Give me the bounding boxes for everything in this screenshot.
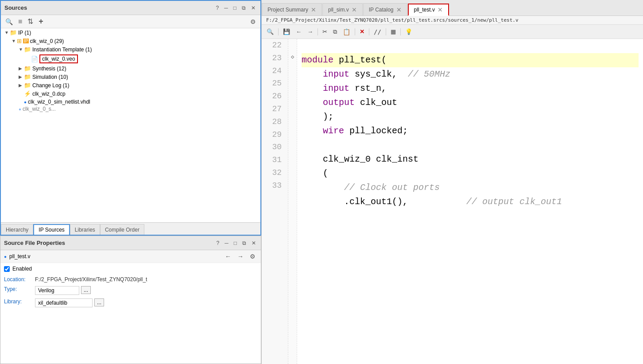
tab-pll-sim-label: pll_sim.v xyxy=(328,7,349,13)
properties-title: Source File Properties xyxy=(4,240,65,246)
gutter-31 xyxy=(288,161,297,175)
sources-gear-button[interactable]: ⚙ xyxy=(248,17,258,26)
type-label: Type: xyxy=(4,286,35,292)
tree-item-partial[interactable]: ● clk_wiz_0_s... xyxy=(1,106,260,112)
prop-back-button[interactable]: ← xyxy=(223,252,233,261)
grid-btn[interactable]: ▦ xyxy=(388,27,398,36)
gutter-33 xyxy=(288,189,297,203)
tree-item-synthesis[interactable]: ▶ 📁 Synthesis (12) xyxy=(1,64,260,73)
tree-item-ip-root[interactable]: ▼ 📁 IP (1) xyxy=(1,28,260,37)
tree-item-simulation[interactable]: ▶ 📁 Simulation (10) xyxy=(1,73,260,81)
ln-33: 33 xyxy=(262,179,284,192)
sources-restore-icon[interactable]: □ xyxy=(232,4,238,12)
add-button[interactable]: + xyxy=(37,16,45,27)
back-btn[interactable]: ← xyxy=(294,27,304,36)
sources-float-icon[interactable]: ⧉ xyxy=(240,4,247,12)
tab-compile-order[interactable]: Compile Order xyxy=(100,224,144,235)
prop-forward-button[interactable]: → xyxy=(236,252,245,261)
simulation-label: Simulation (10) xyxy=(32,74,68,80)
copy-btn[interactable]: ⧉ xyxy=(331,27,339,36)
tree-item-clk-veo[interactable]: ▶ 📄 clk_wiz_0.veo xyxy=(1,54,260,64)
library-dots-button[interactable]: ... xyxy=(94,298,104,306)
paste-btn[interactable]: 📋 xyxy=(341,27,352,36)
code-line-33: .clk_out1(), // output clk_out1 xyxy=(302,195,639,209)
code-line-24: input sys_clk, // 50MHz xyxy=(302,67,639,81)
props-minimize-icon[interactable]: ─ xyxy=(223,240,230,247)
tab-ip-catalog-close[interactable]: ✕ xyxy=(396,7,402,13)
prop-gear-button[interactable]: ⚙ xyxy=(248,252,257,261)
gutter-25 xyxy=(288,76,297,90)
prop-scroll: Enabled Location: F:/2_FPGA_Project/Xili… xyxy=(0,263,261,364)
arrow-synthesis: ▶ xyxy=(19,66,24,71)
tab-ip-catalog-label: IP Catalog xyxy=(369,7,394,13)
file-icon-clk-veo: 📄 xyxy=(31,56,38,62)
code-line-28: wire pll_locked; xyxy=(302,124,639,138)
tab-pll-test[interactable]: pll_test.v ✕ xyxy=(408,4,449,16)
arrow-inst-template: ▼ xyxy=(19,47,24,52)
tree-item-clk-vhdl[interactable]: ▶ ● clk_wiz_0_sim_netlist.vhdl xyxy=(1,98,260,106)
bulb-btn[interactable]: 💡 xyxy=(403,27,414,36)
type-dots-button[interactable]: ... xyxy=(81,286,91,294)
tree-item-clk-dcp[interactable]: ▶ ⚡ clk_wiz_0.dcp xyxy=(1,89,260,98)
forward-btn[interactable]: → xyxy=(305,27,315,36)
prop-library-row: Library: ... xyxy=(0,297,261,309)
comment-33: // output clk_out1 xyxy=(466,197,562,207)
ln-25: 25 xyxy=(262,77,284,90)
tab-pll-sim[interactable]: pll_sim.v ✕ xyxy=(322,3,363,15)
sources-panel: Sources ? ─ □ ⧉ ✕ 🔍 ≡ ⇅ + ⚙ ▼ 📁 IP (1) xyxy=(0,0,261,236)
tab-project-summary[interactable]: Project Summary ✕ xyxy=(262,3,322,15)
cut-btn[interactable]: ✂ xyxy=(320,27,329,36)
kw-output-26: output xyxy=(323,97,355,108)
properties-controls: ? ─ □ ⧉ ✕ xyxy=(215,240,257,247)
tab-hierarchy[interactable]: Hierarchy xyxy=(1,224,33,235)
tree-item-inst-template[interactable]: ▼ 📁 Instantiation Template (1) xyxy=(1,45,260,54)
props-close-icon[interactable]: ✕ xyxy=(250,240,257,247)
folder-icon-synthesis: 📁 xyxy=(24,65,31,72)
tab-ip-catalog[interactable]: IP Catalog ✕ xyxy=(363,3,407,15)
clk-dcp-label: clk_wiz_0.dcp xyxy=(32,91,66,97)
tab-project-summary-close[interactable]: ✕ xyxy=(311,7,316,13)
sources-question-icon[interactable]: ? xyxy=(215,4,221,12)
tab-pll-test-close[interactable]: ✕ xyxy=(438,7,443,13)
comment-btn[interactable]: // xyxy=(372,27,383,36)
enabled-checkbox[interactable] xyxy=(4,266,10,272)
gutter-30 xyxy=(288,147,297,161)
clk-vhdl-label: clk_wiz_0_sim_netlist.vhdl xyxy=(28,99,90,105)
code-editor[interactable]: 22 23 24 25 26 27 28 29 30 31 32 33 ◇ xyxy=(262,39,643,364)
folder-icon-ip: 📁 xyxy=(10,29,17,36)
delete-btn[interactable]: ✕ xyxy=(357,27,367,36)
props-restore-icon[interactable]: □ xyxy=(232,240,238,247)
ln-28: 28 xyxy=(262,116,284,128)
code-line-29 xyxy=(302,138,639,152)
sources-tabs: Hierarchy IP Sources Libraries Compile O… xyxy=(1,222,260,235)
file-path-text: F:/2_FPGA_Project/Xilinx/Test_ZYNQ7020/p… xyxy=(266,17,519,23)
folder-icon-changelog: 📁 xyxy=(24,82,31,89)
sources-close-icon[interactable]: ✕ xyxy=(250,4,257,12)
tree-item-clk-wiz[interactable]: ▼ ⊞ IP clk_wiz_0 (29) xyxy=(1,37,260,45)
location-value: F:/2_FPGA_Project/Xilinx/Test_ZYNQ7020/p… xyxy=(35,276,257,283)
prop-file-name: pll_test.v xyxy=(9,253,30,259)
enabled-label: Enabled xyxy=(12,266,32,272)
code-line-22 xyxy=(302,39,639,53)
ln-32: 32 xyxy=(262,167,284,179)
code-content: module pll_test( input sys_clk, // 50MHz… xyxy=(297,39,643,364)
save-btn[interactable]: 💾 xyxy=(281,27,292,36)
library-input[interactable] xyxy=(35,298,93,307)
tab-pll-sim-close[interactable]: ✕ xyxy=(352,7,357,13)
properties-header: Source File Properties ? ─ □ ⧉ ✕ xyxy=(0,236,261,250)
inst-template-label: Instantiation Template (1) xyxy=(32,46,92,53)
collapse-all-button[interactable]: ≡ xyxy=(16,17,24,27)
tab-ip-sources[interactable]: IP Sources xyxy=(33,224,70,235)
props-float-icon[interactable]: ⧉ xyxy=(241,240,248,247)
tab-libraries[interactable]: Libraries xyxy=(70,224,100,235)
tree-item-changelog[interactable]: ▶ 📁 Change Log (1) xyxy=(1,81,260,89)
search-btn[interactable]: 🔍 xyxy=(264,27,276,36)
arrow-ip-root: ▼ xyxy=(4,30,10,35)
sources-minimize-icon[interactable]: ─ xyxy=(223,4,229,12)
gutter-27 xyxy=(288,104,297,118)
sep6 xyxy=(400,28,401,35)
expand-button[interactable]: ⇅ xyxy=(26,16,35,27)
type-input[interactable] xyxy=(35,286,79,295)
search-button[interactable]: 🔍 xyxy=(4,17,15,26)
props-question-icon[interactable]: ? xyxy=(215,240,221,247)
